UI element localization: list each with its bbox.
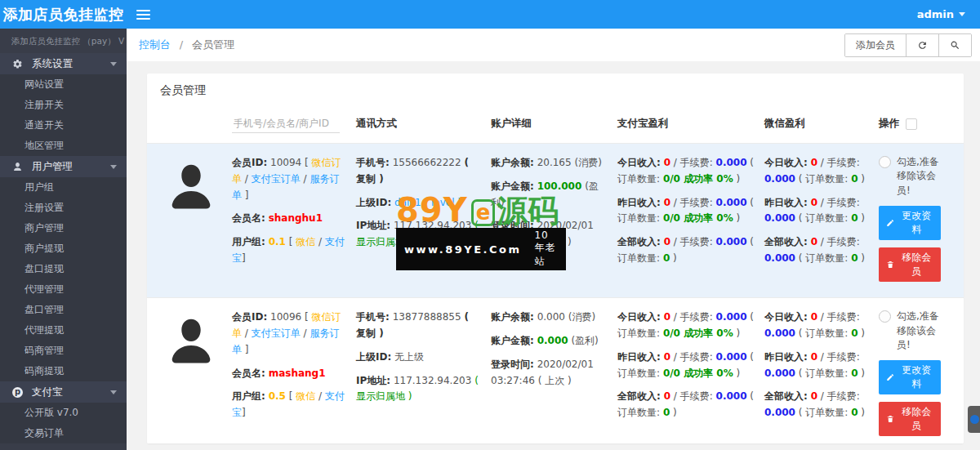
select-all-checkbox[interactable] [906, 118, 917, 130]
card-title: 会员管理 [147, 74, 964, 106]
phone-number: 13877888855 [393, 311, 461, 323]
sidebar-item[interactable]: 通道开关 [0, 115, 127, 136]
edit-icon [886, 218, 894, 228]
toolbar: 添加会员 [844, 33, 972, 57]
edit-icon [886, 372, 894, 382]
member-id: 10096 [270, 311, 301, 323]
group-rate: 0.1 [269, 236, 286, 247]
account-amount: 100.000 [537, 180, 582, 192]
search-icon [950, 40, 960, 51]
chevron-down-icon [959, 12, 965, 16]
remove-radio[interactable] [879, 310, 891, 323]
topbar: 添加店员免挂监控 admin [0, 0, 980, 29]
gear-icon [12, 59, 27, 69]
remove-radio[interactable] [879, 156, 891, 168]
alipay-orders-link[interactable]: 支付宝订单 [252, 327, 301, 339]
chevron-down-icon [110, 165, 117, 169]
trash-icon [886, 260, 894, 270]
sidebar-item[interactable]: 商户提现 [0, 238, 127, 259]
profit-line: 全部收入: 0 / 手续费: 0.000 ( 订单数量: 0 ) [764, 389, 869, 421]
profit-line: 全部收入: 0 / 手续费: 0.000 ( 订单数量: 0 ) [764, 234, 869, 267]
ip-address: 117.132.94.203 [394, 220, 471, 231]
remove-member-button[interactable]: 移除会员 [879, 247, 941, 282]
profit-line: 今日收入: 0 / 手续费: 0.000 ( 订单数量: 0/0 成功率 0% … [617, 155, 755, 188]
edit-member-button[interactable]: 更改资料 [879, 360, 941, 394]
group-rate: 0.5 [269, 390, 286, 402]
profit-line: 昨日收入: 0 / 手续费: 0.000 ( 订单数量: 0 ) [764, 195, 869, 228]
breadcrumb: 控制台 / 会员管理 [139, 38, 234, 52]
sidebar-item[interactable]: 代理提现 [0, 320, 127, 341]
profit-line: 全部收入: 0 / 手续费: 0.000 ( 订单数量: 0 ) [617, 389, 755, 421]
sidebar-item[interactable]: 商户管理 [0, 218, 127, 238]
sidebar-item[interactable]: 代理管理 [0, 279, 127, 300]
sidebar-item[interactable]: 注册开关 [0, 95, 127, 115]
sidebar-item[interactable]: 地区管理 [0, 136, 127, 156]
sidebar-item[interactable]: 码商管理 [0, 341, 127, 361]
alipay-profit-cell: 今日收入: 0 / 手续费: 0.000 ( 订单数量: 0/0 成功率 0% … [617, 155, 764, 289]
col-alipay-profit: 支付宝盈利 [617, 117, 764, 131]
avatar [162, 313, 220, 443]
col-wechat-profit: 微信盈利 [764, 117, 879, 131]
wechat-group-link[interactable]: 微信 [296, 390, 315, 402]
sidebar-version: 添加店员免挂监控 （pay） V 7.0 [0, 29, 127, 53]
sidebar-item[interactable]: 网站设置 [0, 74, 127, 95]
trash-icon [886, 414, 894, 424]
ip-address: 117.132.94.203 [394, 375, 471, 386]
profit-line: 全部收入: 0 / 手续费: 0.000 ( 订单数量: 0 ) [617, 234, 755, 267]
wechat-profit-cell: 今日收入: 0 / 手续费: 0.000 ( 订单数量: 0 ) 昨日收入: 0… [764, 155, 879, 289]
table-row: 会员ID: 10096 [ 微信订单 / 支付宝订单 / 服务订单 ] 会员名:… [147, 297, 964, 443]
phone-number: 15566662222 [393, 157, 461, 168]
member-name: shanghu1 [269, 212, 323, 224]
wechat-profit-cell: 今日收入: 0 / 手续费: 0.000 ( 订单数量: 0 ) 昨日收入: 0… [764, 310, 879, 443]
refresh-button[interactable] [906, 34, 938, 56]
remove-member-button[interactable]: 移除会员 [879, 402, 941, 436]
user-icon [12, 162, 27, 172]
add-member-button[interactable]: 添加会员 [845, 34, 906, 56]
alipay-profit-cell: 今日收入: 0 / 手续费: 0.000 ( 订单数量: 0/0 成功率 0% … [617, 310, 764, 443]
table-header: 通讯方式 账户详细 支付宝盈利 微信盈利 操作 [147, 106, 964, 143]
profit-line: 昨日收入: 0 / 手续费: 0.000 ( 订单数量: 0/0 成功率 0% … [617, 350, 755, 382]
alipay-icon: p [12, 387, 27, 398]
member-name: mashang1 [269, 368, 326, 379]
account-amount: 0.000 [537, 335, 568, 346]
breadcrumb-home-link[interactable]: 控制台 [139, 38, 171, 51]
breadcrumb-current: 会员管理 [192, 38, 234, 51]
sidebar-section-2[interactable]: p支付宝 [0, 381, 127, 403]
parent-id-value[interactable]: 无上级 [394, 351, 424, 363]
col-action: 操作 [879, 117, 899, 131]
sidebar-section-1[interactable]: 用户管理 [0, 156, 127, 177]
sidebar-item[interactable]: 注册设置 [0, 198, 127, 218]
account-balance: 0.000 [537, 311, 565, 323]
search-button[interactable] [938, 34, 971, 56]
profit-line: 今日收入: 0 / 手续费: 0.000 ( 订单数量: 0 ) [764, 310, 869, 342]
alipay-orders-link[interactable]: 支付宝订单 [252, 173, 301, 185]
parent-id-value[interactable]: daili1 ( level ) [394, 197, 461, 208]
col-account: 账户详细 [491, 117, 617, 131]
app-title: 添加店员免挂监控 [0, 0, 127, 29]
edit-member-button[interactable]: 更改资料 [879, 206, 941, 240]
search-input[interactable] [232, 114, 340, 133]
sidebar-item[interactable]: 用户组 [0, 177, 127, 198]
page-body: 会员管理 通讯方式 账户详细 支付宝盈利 微信盈利 操作 [127, 61, 980, 450]
sidebar-item[interactable]: 盘口管理 [0, 300, 127, 320]
avatar [162, 158, 220, 289]
member-card: 会员管理 通讯方式 账户详细 支付宝盈利 微信盈利 操作 [147, 74, 964, 443]
sidebar-section-0[interactable]: 系统设置 [0, 53, 127, 74]
wechat-group-link[interactable]: 微信 [296, 236, 315, 247]
sidebar-nav: 系统设置网站设置注册开关通道开关地区管理用户管理用户组注册设置商户管理商户提现盘… [0, 53, 127, 443]
sidebar-item[interactable]: 码商提现 [0, 361, 127, 381]
breadcrumb-bar: 控制台 / 会员管理 添加会员 [127, 29, 980, 61]
profit-line: 昨日收入: 0 / 手续费: 0.000 ( 订单数量: 0/0 成功率 0% … [617, 195, 755, 228]
profit-line: 今日收入: 0 / 手续费: 0.000 ( 订单数量: 0 ) [764, 155, 869, 188]
user-menu[interactable]: admin [902, 0, 980, 29]
menu-toggle-icon[interactable] [127, 0, 159, 29]
floating-widget[interactable] [968, 406, 980, 433]
username: admin [917, 8, 954, 20]
sidebar-item[interactable]: 公开版 v7.0 [0, 403, 127, 423]
refresh-icon [917, 40, 928, 51]
sidebar-item[interactable]: 交易订单 [0, 423, 127, 443]
chevron-down-icon [110, 62, 117, 66]
col-comm: 通讯方式 [356, 117, 491, 131]
sidebar-item[interactable]: 盘口提现 [0, 259, 127, 279]
account-balance: 20.165 [537, 157, 572, 168]
